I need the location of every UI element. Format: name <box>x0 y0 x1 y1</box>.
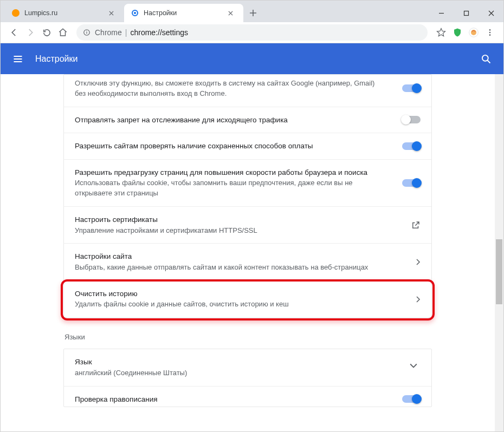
row-spellcheck[interactable]: Проверка правописания <box>64 386 431 407</box>
reload-button[interactable] <box>38 24 55 41</box>
row-desc: Использовать файлы cookie, чтобы запомни… <box>75 178 380 199</box>
tab-title: Lumpics.ru <box>24 9 57 17</box>
close-icon[interactable] <box>109 11 118 16</box>
row-title: Отправлять запрет на отслеживание для ис… <box>75 115 380 126</box>
scrollbar-track[interactable] <box>495 74 503 431</box>
settings-header: Настройки <box>1 43 503 74</box>
row-title: Настроить сертификаты <box>75 214 389 225</box>
minimize-button[interactable] <box>429 4 454 22</box>
row-desc: Удалить файлы cookie и данные сайтов, оч… <box>75 299 395 310</box>
settings-content: Разрешить вход в Chrome Отключив эту фун… <box>1 74 503 431</box>
back-button[interactable] <box>6 24 22 41</box>
maximize-button[interactable] <box>454 4 479 22</box>
toggle-payment[interactable] <box>402 142 421 150</box>
row-dnt[interactable]: Отправлять запрет на отслеживание для ис… <box>64 107 431 133</box>
chevron-right-icon <box>416 259 421 265</box>
svg-point-11 <box>489 34 491 36</box>
languages-section-card: Язык английский (Соединенные Штаты) Пров… <box>63 349 432 407</box>
favicon-orange-icon <box>11 9 20 17</box>
svg-rect-5 <box>86 32 87 34</box>
browser-window: Lumpics.ru Настройки <box>0 0 504 432</box>
close-window-button[interactable] <box>479 4 503 22</box>
origin-label: Chrome <box>95 28 122 37</box>
privacy-section-card: Разрешить вход в Chrome Отключив эту фун… <box>63 74 432 318</box>
row-desc: Управление настройками и сертификатами H… <box>75 226 389 236</box>
row-title: Настройки сайта <box>75 251 395 262</box>
menu-icon[interactable] <box>11 53 24 66</box>
toggle-allow-signin[interactable] <box>402 84 421 92</box>
window-controls <box>429 4 503 22</box>
url-separator: | <box>125 28 127 37</box>
tab-lumpics[interactable]: Lumpics.ru <box>5 4 124 22</box>
bookmark-star-icon[interactable] <box>433 24 449 41</box>
shield-extension-icon[interactable] <box>449 24 466 41</box>
gear-icon <box>131 9 139 17</box>
row-desc: английский (Соединенные Штаты) <box>75 368 388 378</box>
tab-settings[interactable]: Настройки <box>124 4 243 22</box>
svg-rect-6 <box>86 31 87 31</box>
chevron-right-icon <box>416 296 421 303</box>
row-language[interactable]: Язык английский (Соединенные Штаты) <box>64 349 431 385</box>
row-title: Очистить историю <box>75 289 395 299</box>
tab-strip: Lumpics.ru Настройки <box>1 1 503 22</box>
toggle-preload[interactable] <box>402 179 421 187</box>
row-site-settings[interactable]: Настройки сайта Выбрать, какие данные от… <box>64 243 431 280</box>
new-tab-button[interactable] <box>245 5 261 21</box>
row-title: Разрешить предзагрузку страниц для повыш… <box>75 167 380 178</box>
svg-point-10 <box>489 32 491 34</box>
toggle-spellcheck[interactable] <box>402 395 421 403</box>
tab-title: Настройки <box>144 9 177 17</box>
row-allow-signin: Разрешить вход в Chrome Отключив эту фун… <box>64 75 431 107</box>
row-title: Проверка правописания <box>75 394 380 405</box>
svg-rect-3 <box>464 11 468 15</box>
chevron-down-icon <box>410 362 421 373</box>
svg-point-9 <box>489 29 491 31</box>
forward-button[interactable] <box>22 24 38 41</box>
page-title: Настройки <box>35 54 77 64</box>
row-payment[interactable]: Разрешить сайтам проверять наличие сохра… <box>64 133 431 159</box>
row-preload[interactable]: Разрешить предзагрузку страниц для повыш… <box>64 159 431 206</box>
browser-menu-button[interactable] <box>482 24 498 41</box>
row-clear-history[interactable]: Очистить историю Удалить файлы cookie и … <box>64 280 431 317</box>
svg-point-0 <box>12 9 20 17</box>
row-certs[interactable]: Настроить сертификаты Управление настрой… <box>64 206 431 243</box>
svg-point-2 <box>134 12 136 14</box>
external-link-icon <box>411 220 421 230</box>
toggle-dnt[interactable] <box>402 116 421 123</box>
browser-toolbar: Chrome | chrome://settings <box>1 22 503 43</box>
search-icon[interactable] <box>480 53 493 66</box>
secure-icon <box>83 29 91 36</box>
scrollbar-thumb[interactable] <box>496 239 502 304</box>
close-icon[interactable] <box>228 11 237 16</box>
row-title: Язык <box>75 357 388 368</box>
home-button[interactable] <box>55 24 71 41</box>
row-desc: Отключив эту функцию, вы сможете входить… <box>75 78 380 99</box>
row-title: Разрешить сайтам проверять наличие сохра… <box>75 141 380 152</box>
profile-avatar-icon[interactable] <box>466 24 482 41</box>
row-desc: Выбрать, какие данные отправлять сайтам … <box>75 263 395 273</box>
svg-point-12 <box>482 55 488 61</box>
languages-heading: Языки <box>63 331 432 349</box>
address-bar[interactable]: Chrome | chrome://settings <box>76 24 428 41</box>
url-text: chrome://settings <box>130 28 188 37</box>
